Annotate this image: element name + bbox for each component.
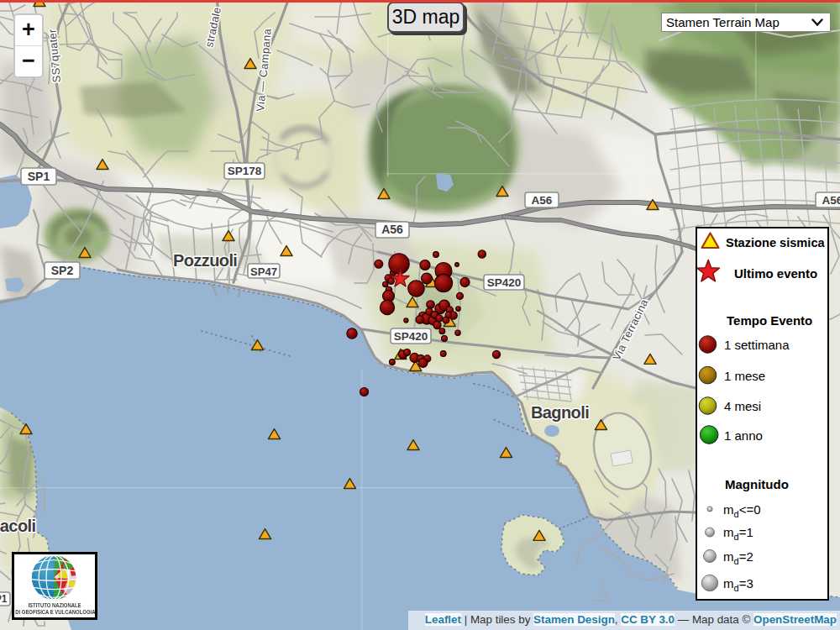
- svg-text:SP178: SP178: [228, 165, 262, 177]
- svg-text:Bacoli: Bacoli: [0, 517, 35, 535]
- svg-text:Bagnoli: Bagnoli: [531, 403, 589, 422]
- svg-text:SP420: SP420: [487, 276, 522, 289]
- svg-text:Pozzuoli: Pozzuoli: [173, 251, 237, 270]
- svg-text:SP1: SP1: [0, 593, 8, 605]
- svg-text:SP47: SP47: [250, 265, 277, 278]
- svg-text:A56: A56: [381, 223, 403, 236]
- svg-text:A56: A56: [822, 194, 840, 207]
- svg-text:A56: A56: [532, 194, 553, 207]
- svg-text:SP2: SP2: [51, 264, 74, 277]
- svg-text:SP420: SP420: [394, 330, 428, 343]
- svg-text:SP1: SP1: [28, 170, 50, 183]
